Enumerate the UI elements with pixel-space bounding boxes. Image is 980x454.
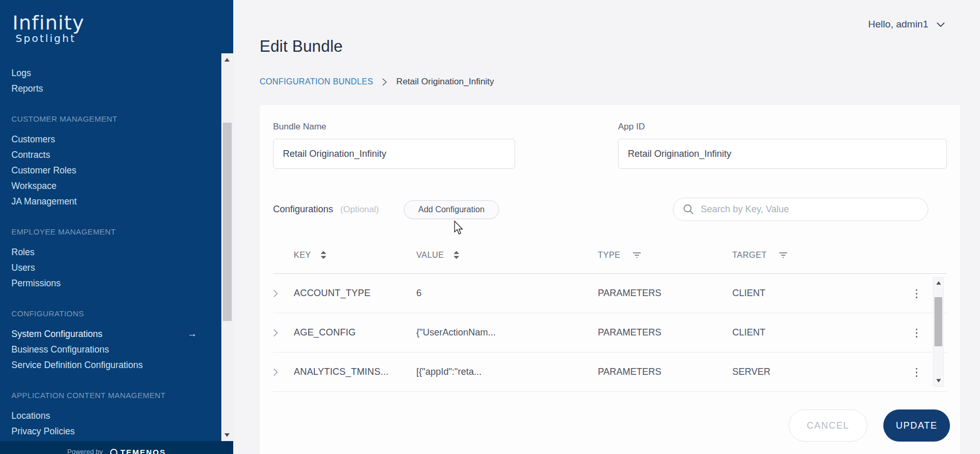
cell-target: CLIENT [732, 327, 765, 338]
column-header-value[interactable]: VALUE [416, 251, 444, 260]
search-input[interactable] [701, 204, 918, 215]
chevron-right-icon [382, 78, 387, 86]
kebab-icon[interactable]: ⋮ [911, 288, 922, 299]
column-header-target[interactable]: TARGET [732, 251, 767, 260]
sidebar-item-ja-management[interactable]: JA Management [11, 194, 197, 209]
table-header: KEY VALUE TYPE [273, 237, 947, 274]
breadcrumb: CONFIGURATION BUNDLES Retail Origination… [260, 77, 494, 87]
sidebar-item-system-configurations[interactable]: System Configurations → [11, 326, 197, 342]
app-id-input[interactable] [618, 139, 947, 169]
cell-target: CLIENT [732, 288, 765, 299]
sidebar-item-label: Privacy Policies [11, 423, 75, 439]
bundle-name-input[interactable] [273, 139, 515, 169]
sidebar-item-logs[interactable]: Logs [11, 65, 197, 81]
sidebar-item-locations[interactable]: Locations [11, 408, 197, 423]
sidebar-scrollbar-thumb[interactable] [223, 123, 232, 321]
sidebar-item-label: Locations [11, 408, 50, 423]
sidebar-item-privacy-policies[interactable]: Privacy Policies [11, 423, 197, 439]
configurations-label: Configurations [273, 204, 333, 215]
sidebar-item-workspace[interactable]: Workspace [11, 178, 197, 194]
sort-icon[interactable] [321, 251, 326, 259]
sort-icon[interactable] [454, 251, 459, 259]
sidebar-item-service-definition-configurations[interactable]: Service Definition Configurations [11, 357, 197, 373]
greeting-text: Hello, admin1 [868, 19, 928, 30]
cell-key: ANALYTICS_TMINS... [294, 367, 388, 377]
cell-value: 6 [416, 288, 421, 299]
sidebar-section-application-content-management: APPLICATION CONTENT MANAGEMENT [11, 389, 197, 402]
search-box[interactable] [673, 198, 928, 221]
sidebar-nav: Logs Reports CUSTOMER MANAGEMENT Custome… [11, 65, 197, 439]
mouse-cursor [454, 221, 465, 236]
sidebar-item-label: Service Definition Configurations [11, 357, 143, 373]
cell-type: PARAMETERS [598, 288, 661, 299]
sidebar-item-users[interactable]: Users [11, 260, 197, 275]
scroll-up-icon[interactable] [224, 58, 230, 62]
sidebar-section-configurations: CONFIGURATIONS [11, 307, 197, 320]
sidebar-item-label: Users [11, 260, 35, 275]
filter-icon[interactable] [633, 252, 641, 258]
chevron-right-icon[interactable] [273, 289, 278, 298]
scroll-down-icon[interactable] [937, 379, 941, 382]
powered-by-label: Powered by [67, 448, 103, 454]
kebab-icon[interactable]: ⋮ [911, 327, 922, 338]
table-row: AGE_CONFIG {"UserActionNam... PARAMETERS… [273, 313, 947, 353]
app-id-label: App ID [618, 122, 947, 132]
scroll-up-icon[interactable] [937, 281, 941, 284]
breadcrumb-configuration-bundles[interactable]: CONFIGURATION BUNDLES [260, 77, 373, 86]
scroll-down-icon[interactable] [224, 433, 230, 437]
table-scrollbar-thumb[interactable] [934, 297, 942, 346]
filter-icon[interactable] [779, 252, 788, 258]
sidebar-item-label: Customer Roles [11, 163, 76, 178]
sidebar-scrollbar[interactable] [221, 53, 233, 442]
sidebar-footer: Powered by TEMENOS [0, 441, 233, 454]
cell-type: PARAMETERS [598, 367, 661, 377]
sidebar-item-label: Reports [11, 81, 43, 96]
table-scrollbar[interactable] [933, 277, 944, 387]
app-logo: Infinity Spotlight [12, 11, 84, 45]
temenos-brand-text: TEMENOS [120, 448, 166, 454]
sidebar-item-reports[interactable]: Reports [11, 81, 197, 96]
kebab-icon[interactable]: ⋮ [911, 367, 922, 377]
sidebar-item-permissions[interactable]: Permissions [11, 275, 197, 291]
chevron-down-icon [937, 22, 945, 27]
cell-key: AGE_CONFIG [294, 327, 356, 338]
bundle-form: Bundle Name App ID [273, 105, 947, 169]
sidebar-item-label: System Configurations [11, 326, 102, 342]
sidebar-section-customer-management: CUSTOMER MANAGEMENT [11, 113, 197, 125]
search-icon [683, 204, 694, 215]
sidebar-item-label: Business Configurations [11, 342, 109, 357]
update-button[interactable]: UPDATE [883, 409, 950, 442]
sidebar-item-label: Permissions [11, 275, 61, 291]
table-row: ACCOUNT_TYPE 6 PARAMETERS CLIENT ⋮ [273, 274, 947, 313]
bundle-name-label: Bundle Name [273, 122, 515, 132]
main-content: Hello, admin1 Edit Bundle CONFIGURATION … [233, 0, 980, 454]
sidebar: Infinity Spotlight Logs Reports CUSTOMER… [0, 0, 233, 454]
table-row: ANALYTICS_TMINS... [{"appId":"reta... PA… [273, 353, 947, 392]
add-configuration-button[interactable]: Add Configuration [404, 200, 499, 219]
page-title: Edit Bundle [260, 37, 343, 56]
sidebar-item-label: Logs [11, 65, 31, 81]
sidebar-item-business-configurations[interactable]: Business Configurations [11, 342, 197, 357]
cell-key: ACCOUNT_TYPE [294, 288, 370, 299]
column-header-key[interactable]: KEY [294, 251, 311, 260]
sidebar-section-employee-management: EMPLOYEE MANAGEMENT [11, 226, 197, 238]
cancel-button[interactable]: CANCEL [789, 409, 867, 442]
arrow-right-icon: → [187, 326, 197, 342]
sidebar-item-contracts[interactable]: Contracts [11, 147, 197, 163]
sidebar-item-customers[interactable]: Customers [11, 131, 197, 147]
cell-type: PARAMETERS [598, 327, 661, 338]
globe-icon [110, 449, 117, 454]
sidebar-item-roles[interactable]: Roles [11, 244, 197, 260]
configurations-toolbar: Configurations (Optional) Add Configurat… [273, 198, 947, 221]
sidebar-item-label: Contracts [11, 147, 50, 163]
column-header-type[interactable]: TYPE [598, 251, 621, 260]
sidebar-item-label: Workspace [11, 178, 56, 194]
chevron-right-icon[interactable] [273, 329, 278, 337]
sidebar-item-customer-roles[interactable]: Customer Roles [11, 163, 197, 178]
chevron-right-icon[interactable] [273, 368, 278, 376]
logo-line1: Infinity [12, 11, 84, 34]
user-menu[interactable]: Hello, admin1 [868, 19, 945, 30]
sidebar-item-label: Roles [11, 244, 35, 260]
cell-target: SERVER [732, 367, 771, 377]
temenos-logo: TEMENOS [110, 448, 166, 454]
